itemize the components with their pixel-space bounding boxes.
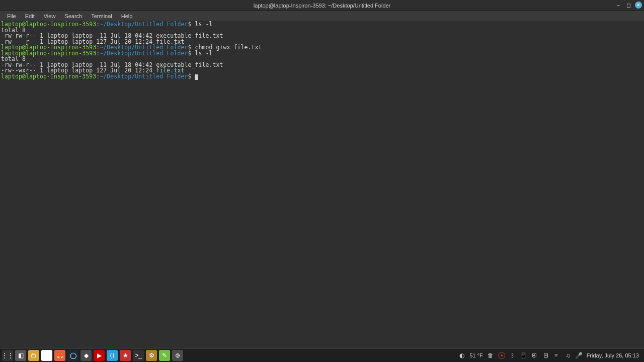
- files-icon[interactable]: 🗀: [28, 350, 39, 361]
- night-icon[interactable]: ◐: [458, 352, 465, 359]
- volume-icon[interactable]: ♫: [565, 352, 572, 359]
- steam-icon[interactable]: ◯: [67, 350, 78, 361]
- firefox-icon[interactable]: 🦊: [54, 350, 65, 361]
- chrome-icon[interactable]: ◉: [41, 350, 52, 361]
- taskbar: ⋮⋮◧🗀◉🦊◯◆▶⟨⟩★>_⚙✎⊚ ◐ 51 °F 🗑 ᛒ 📱 ⛨ ⊟ ᯤ ♫ …: [0, 348, 644, 362]
- app-icon[interactable]: ◆: [80, 350, 92, 361]
- obs-recording-icon[interactable]: [498, 352, 505, 359]
- wifi-icon[interactable]: ᯤ: [553, 352, 560, 359]
- menu-view[interactable]: View: [40, 12, 60, 20]
- show-desktop-icon[interactable]: ◧: [15, 350, 26, 361]
- maximize-button[interactable]: ◻: [625, 2, 632, 9]
- terminal-icon[interactable]: >_: [133, 350, 144, 361]
- editor-icon[interactable]: ✎: [159, 350, 170, 361]
- updates-icon[interactable]: ⛨: [531, 352, 538, 359]
- mint-icon[interactable]: ⊚: [172, 350, 183, 361]
- mic-icon[interactable]: 🎤: [576, 352, 583, 359]
- menu-help[interactable]: Help: [117, 12, 137, 20]
- terminal-output[interactable]: laptop@laptop-Inspiron-3593:~/Desktop/Un…: [0, 21, 644, 348]
- bluetooth-icon[interactable]: ᛒ: [509, 352, 516, 359]
- settings-icon[interactable]: ⚙: [146, 350, 157, 361]
- taskbar-apps: ⋮⋮◧🗀◉🦊◯◆▶⟨⟩★>_⚙✎⊚: [2, 350, 183, 361]
- clock-text[interactable]: Friday, July 26, 05:13: [587, 352, 639, 358]
- battery-icon[interactable]: 🗑: [487, 352, 494, 359]
- menu-search[interactable]: Search: [60, 12, 86, 20]
- phone-icon[interactable]: 📱: [520, 352, 527, 359]
- menu-file[interactable]: File: [3, 12, 20, 20]
- menu-edit[interactable]: Edit: [21, 12, 39, 20]
- disk-icon[interactable]: ⊟: [542, 352, 549, 359]
- vscode-icon[interactable]: ⟨⟩: [107, 350, 118, 361]
- window-titlebar: laptop@laptop-Inspiron-3593: ~/Desktop/U…: [0, 0, 644, 11]
- menu-terminal[interactable]: Terminal: [87, 12, 116, 20]
- window-title: laptop@laptop-Inspiron-3593: ~/Desktop/U…: [254, 3, 391, 9]
- minimize-button[interactable]: −: [615, 2, 622, 9]
- window-controls: − ◻ ✕: [615, 2, 642, 9]
- app2-icon[interactable]: ★: [120, 350, 131, 361]
- menu-icon[interactable]: ⋮⋮: [2, 350, 13, 361]
- weather-text[interactable]: 51 °F: [469, 352, 482, 358]
- youtube-icon[interactable]: ▶: [94, 350, 105, 361]
- menubar: File Edit View Search Terminal Help: [0, 11, 644, 21]
- system-tray: ◐ 51 °F 🗑 ᛒ 📱 ⛨ ⊟ ᯤ ♫ 🎤 Friday, July 26,…: [458, 352, 642, 359]
- close-button[interactable]: ✕: [635, 2, 642, 9]
